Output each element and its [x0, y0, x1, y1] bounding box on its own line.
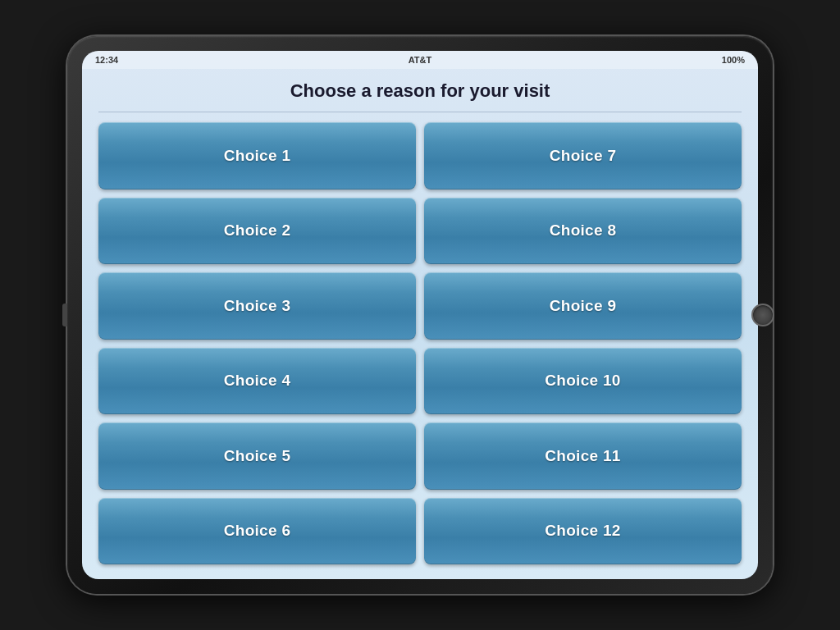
tablet-device: 12:34 AT&T 100% Choose a reason for your… [67, 36, 773, 594]
choice-4-button[interactable]: Choice 4 [98, 348, 416, 415]
status-bar: 12:34 AT&T 100% [82, 51, 758, 69]
home-button[interactable] [751, 304, 774, 326]
status-carrier: AT&T [409, 55, 432, 65]
choice-8-button[interactable]: Choice 8 [424, 198, 742, 265]
choice-3-button[interactable]: Choice 3 [98, 272, 416, 340]
choice-1-button[interactable]: Choice 1 [98, 122, 416, 189]
choice-10-button[interactable]: Choice 10 [424, 348, 742, 415]
choice-7-button[interactable]: Choice 7 [424, 122, 742, 189]
choice-2-button[interactable]: Choice 2 [98, 198, 416, 265]
status-time: 12:34 [95, 55, 118, 65]
choice-12-button[interactable]: Choice 12 [424, 498, 742, 565]
choice-9-button[interactable]: Choice 9 [424, 272, 742, 340]
choices-grid: Choice 1Choice 7Choice 2Choice 8Choice 3… [98, 122, 742, 564]
choice-11-button[interactable]: Choice 11 [424, 422, 742, 490]
status-battery: 100% [722, 55, 745, 65]
content-area: Choose a reason for your visit Choice 1C… [82, 69, 758, 579]
page-title: Choose a reason for your visit [98, 80, 742, 112]
tablet-screen: 12:34 AT&T 100% Choose a reason for your… [82, 51, 758, 579]
choice-6-button[interactable]: Choice 6 [98, 498, 416, 565]
choice-5-button[interactable]: Choice 5 [98, 422, 416, 490]
